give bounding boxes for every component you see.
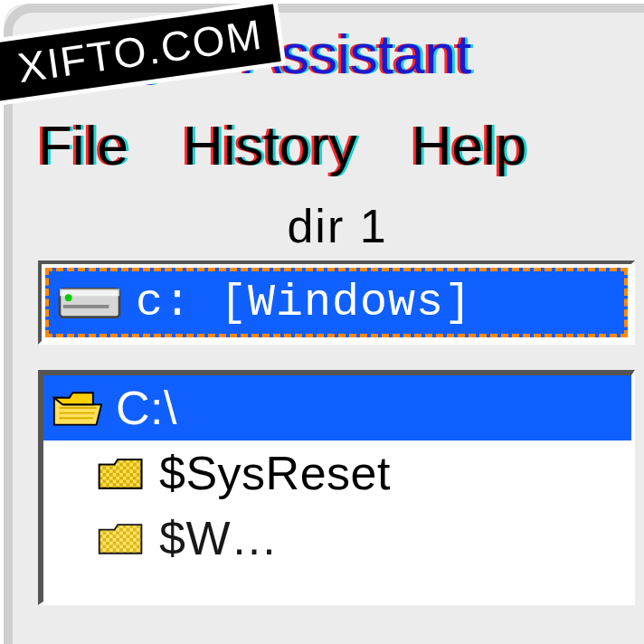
panel-title: dir 1 [48,199,627,253]
app-window: XIFTO.COM Sync Assistant File [0,0,644,644]
svg-marker-27 [99,459,142,488]
tree-root[interactable]: C:\ [43,375,631,440]
tree-item-label: $SysReset [159,446,391,500]
folder-tree[interactable]: C:\ $SysReset [38,370,635,605]
tree-item-label-cut: $W… [159,511,279,565]
menu-history[interactable]: History [183,113,357,177]
drive-combo[interactable]: c: [Windows] [38,260,635,345]
folder-icon [52,517,147,559]
tree-root-label: C:\ [116,381,177,435]
drive-combo-selected[interactable]: c: [Windows] [45,268,628,337]
tree-item-partial[interactable]: $W… [43,506,631,571]
svg-rect-16 [63,304,109,308]
svg-marker-28 [99,525,142,554]
folder-icon [52,452,147,494]
svg-point-17 [65,294,72,301]
drive-label: c: [Windows] [136,277,472,328]
menubar: File History Help [4,91,644,194]
menu-help[interactable]: Help [412,113,527,177]
tree-item[interactable]: $SysReset [43,440,631,506]
menu-file[interactable]: File [38,113,128,177]
svg-marker-19 [54,393,93,404]
drive-icon [58,283,121,323]
dir-panel: dir 1 c: [Windows] [31,199,644,605]
folder-open-icon [52,387,103,429]
